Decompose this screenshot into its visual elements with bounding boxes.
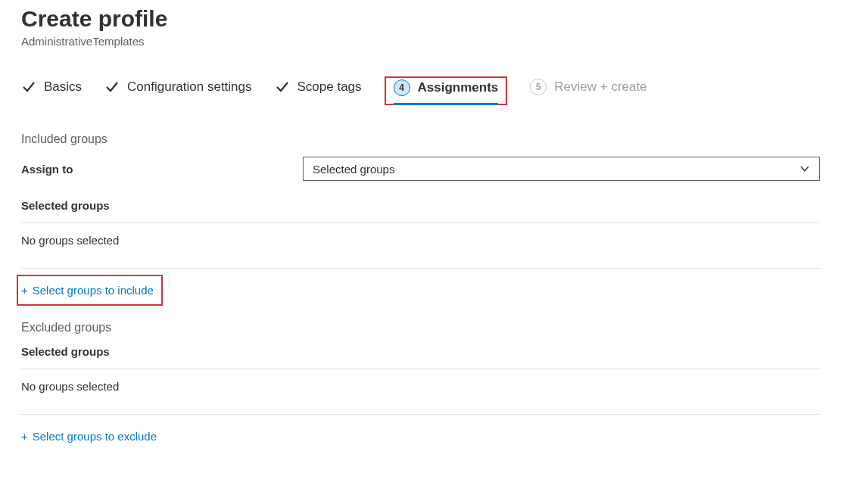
page-title: Create profile [21, 6, 820, 32]
chevron-down-icon [799, 163, 810, 174]
included-groups-heading: Included groups [21, 132, 820, 146]
step-scope-tags[interactable]: Scope tags [275, 79, 362, 102]
excluded-empty-text: No groups selected [21, 369, 820, 403]
include-action-highlight: + Select groups to include [17, 275, 163, 306]
step-assignments[interactable]: 4 Assignments [394, 79, 499, 104]
select-groups-to-exclude-link[interactable]: + Select groups to exclude [21, 427, 157, 446]
step-review-create[interactable]: 5 Review + create [530, 79, 646, 103]
assignments-highlight: 4 Assignments [385, 76, 508, 105]
check-icon [21, 79, 36, 95]
step-label: Assignments [418, 80, 499, 95]
plus-icon: + [21, 431, 28, 442]
step-label: Review + create [554, 79, 646, 95]
assign-to-label: Assign to [21, 163, 303, 176]
divider [21, 414, 820, 415]
action-label: Select groups to exclude [33, 430, 157, 443]
step-number-badge: 5 [530, 79, 547, 95]
assign-to-row: Assign to Selected groups [21, 157, 820, 181]
step-configuration-settings[interactable]: Configuration settings [104, 79, 251, 102]
plus-icon: + [21, 285, 28, 296]
check-icon [104, 79, 120, 95]
select-groups-to-include-link[interactable]: + Select groups to include [21, 281, 154, 300]
excluded-selected-heading: Selected groups [21, 345, 820, 358]
step-basics[interactable]: Basics [21, 79, 82, 102]
divider [21, 268, 820, 269]
assign-to-value: Selected groups [313, 163, 394, 176]
page-subtitle: AdministrativeTemplates [21, 35, 820, 48]
wizard-steps: Basics Configuration settings Scope tags… [21, 76, 820, 105]
step-label: Basics [44, 79, 82, 95]
step-label: Scope tags [297, 79, 362, 95]
excluded-groups-heading: Excluded groups [21, 321, 820, 334]
step-number-badge: 4 [394, 79, 410, 96]
step-label: Configuration settings [127, 79, 251, 95]
assign-to-select[interactable]: Selected groups [303, 157, 820, 181]
check-icon [275, 79, 290, 95]
included-empty-text: No groups selected [21, 223, 820, 257]
action-label: Select groups to include [33, 284, 154, 297]
included-selected-heading: Selected groups [21, 199, 820, 212]
